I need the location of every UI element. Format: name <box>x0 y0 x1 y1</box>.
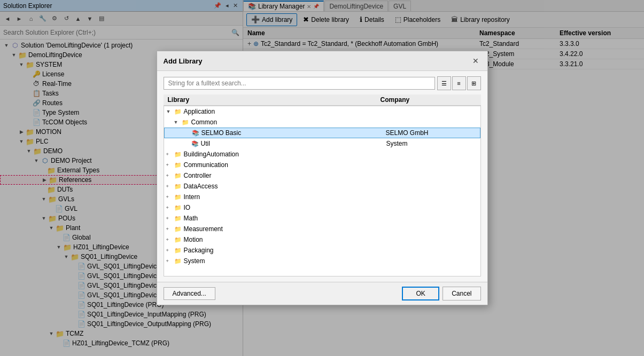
tree-item-selmobasic[interactable]: 📚 SELMO Basic SELMO GmbH <box>164 128 480 138</box>
exp-math: + <box>166 216 174 221</box>
col-library: Library <box>168 96 381 104</box>
tree-item-controller[interactable]: + 📁 Controller <box>164 170 480 181</box>
ok-cancel-buttons: OK Cancel <box>402 287 480 300</box>
exp-comm: + <box>166 162 174 168</box>
math-icon: 📁 <box>174 214 182 223</box>
tree-item-system-lib[interactable]: + 📁 System <box>164 256 480 266</box>
tree-item-math[interactable]: + 📁 Math <box>164 213 480 224</box>
util-lib-icon: 📚 <box>191 139 199 148</box>
exp-ba: + <box>166 152 174 157</box>
io-icon: 📁 <box>174 203 182 212</box>
exp-io: + <box>166 205 174 210</box>
cancel-button[interactable]: Cancel <box>443 287 480 300</box>
pack-icon: 📁 <box>174 246 182 255</box>
exp-system-lib: + <box>166 258 174 264</box>
tree-item-common[interactable]: ▼ 📁 Common <box>164 117 480 128</box>
exp-pack: + <box>166 248 174 253</box>
tree-item-intern[interactable]: + 📁 Intern <box>164 192 480 202</box>
exp-meas: + <box>166 226 174 232</box>
modal-footer: Advanced... OK Cancel <box>157 282 487 305</box>
meas-icon: 📁 <box>174 225 182 233</box>
ctrl-icon: 📁 <box>174 171 182 180</box>
motion-lib-icon: 📁 <box>174 235 182 244</box>
tree-item-buildingautomation[interactable]: + 📁 BuildingAutomation <box>164 149 480 160</box>
col-company: Company <box>381 96 477 104</box>
tree-item-communication[interactable]: + 📁 Communication <box>164 160 480 170</box>
common-icon: 📁 <box>181 118 190 126</box>
exp-common: ▼ <box>174 120 181 125</box>
exp-ctrl: + <box>166 173 174 178</box>
modal-body: ☰ ≡ ⊞ Library Company ▼ 📁 Appl <box>157 71 487 282</box>
tree-item-util[interactable]: 📚 Util System <box>164 138 480 149</box>
tree-item-packaging[interactable]: + 📁 Packaging <box>164 245 480 256</box>
exp-da: + <box>166 184 174 189</box>
exp-intern: + <box>166 194 174 200</box>
add-library-dialog: Add Library ✕ ☰ ≡ ⊞ Library Company <box>157 51 488 305</box>
tree-item-motion-lib[interactable]: + 📁 Motion <box>164 234 480 245</box>
detail-view-button[interactable]: ≡ <box>452 76 466 90</box>
modal-close-button[interactable]: ✕ <box>470 56 481 66</box>
fulltext-search-input[interactable] <box>164 77 435 90</box>
advanced-button[interactable]: Advanced... <box>164 287 215 300</box>
library-tree: ▼ 📁 Application ▼ 📁 Common <box>164 106 481 276</box>
tree-item-application[interactable]: ▼ 📁 Application <box>164 106 480 117</box>
application-icon: 📁 <box>174 107 182 116</box>
tile-view-button[interactable]: ⊞ <box>467 76 481 90</box>
modal-columns-header: Library Company <box>164 94 481 106</box>
intern-icon: 📁 <box>174 193 182 201</box>
ba-icon: 📁 <box>174 150 182 159</box>
search-view-buttons: ☰ ≡ ⊞ <box>437 76 481 90</box>
comm-icon: 📁 <box>174 161 182 169</box>
modal-titlebar: Add Library ✕ <box>157 51 487 71</box>
tree-item-dataaccess[interactable]: + 📁 DataAccess <box>164 181 480 192</box>
ok-button[interactable]: OK <box>402 287 439 300</box>
da-icon: 📁 <box>174 182 182 191</box>
modal-search-bar: ☰ ≡ ⊞ <box>164 76 481 90</box>
modal-title: Add Library <box>164 57 203 65</box>
tree-item-measurement[interactable]: + 📁 Measurement <box>164 224 480 234</box>
modal-overlay: Add Library ✕ ☰ ≡ ⊞ Library Company <box>0 0 644 356</box>
tree-item-io[interactable]: + 📁 IO <box>164 202 480 213</box>
selmo-lib-icon: 📚 <box>191 129 200 137</box>
exp-application: ▼ <box>166 109 174 114</box>
list-view-button[interactable]: ☰ <box>437 76 451 90</box>
exp-motion-lib: + <box>166 237 174 242</box>
system-lib-icon: 📁 <box>174 257 182 265</box>
right-panel: 📚 Library Manager ✕ 📌 DemoLiftingDevice … <box>243 0 644 356</box>
